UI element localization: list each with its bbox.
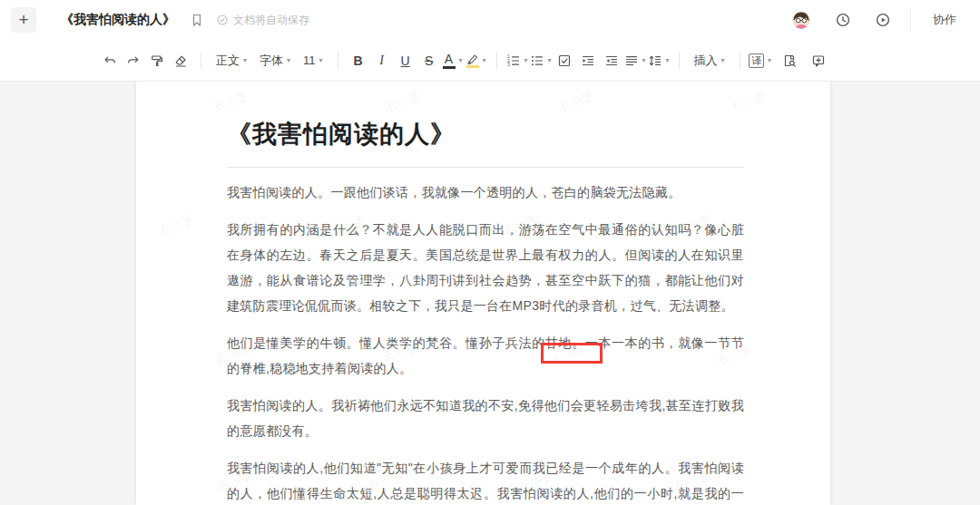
paragraph[interactable]: 我害怕阅读的人。一跟他们谈话，我就像一个透明的人，苍白的脑袋无法隐藏。 [227, 180, 744, 205]
history-button[interactable] [823, 5, 863, 34]
chevron-down-icon: ▾ [768, 57, 771, 64]
toolbar-separator [740, 53, 740, 69]
toolbar-separator [338, 53, 338, 69]
chevron-down-icon: ▾ [524, 57, 528, 64]
check-circle-icon [216, 14, 229, 26]
formatting-toolbar: 正文 ▾ 字体 ▾ 11 ▾ B I U S A ▾ ▾ 1 2 [0, 40, 980, 82]
user-avatar[interactable] [792, 11, 810, 29]
highlight-color-button[interactable]: ▾ [465, 48, 488, 73]
toolbar-separator [496, 53, 497, 69]
autosave-status: 文档将自动保存 [216, 13, 309, 28]
document-title[interactable]: 《我害怕阅读的人》 [61, 12, 175, 28]
line-spacing-button[interactable]: ▾ [647, 48, 671, 73]
undo-button[interactable] [98, 48, 122, 73]
document-page[interactable]: 石小墨 石小墨 石小墨 石小墨 石小墨 石小墨 石小墨 石小墨 石小墨 石小墨 … [136, 82, 830, 505]
collaborate-button[interactable]: 协作 [910, 8, 969, 32]
underline-button[interactable]: U [394, 48, 417, 73]
comment-button[interactable] [807, 48, 830, 73]
numbered-list-button[interactable]: 1 2 3 ▾ [505, 48, 529, 73]
watermark: 石小墨 [157, 212, 196, 239]
svg-text:3: 3 [507, 61, 510, 66]
find-replace-button[interactable] [778, 48, 801, 73]
chevron-down-icon: ▾ [287, 57, 290, 64]
checklist-button[interactable] [553, 48, 576, 73]
autosave-label: 文档将自动保存 [233, 13, 309, 28]
paragraph[interactable]: 我害怕阅读的人。我祈祷他们永远不知道我的不安,免得他们会更轻易击垮我,甚至连打败… [227, 393, 744, 443]
chevron-down-icon: ▾ [319, 57, 323, 64]
new-document-button[interactable]: + [11, 7, 36, 33]
paragraph-style-dropdown[interactable]: 正文 ▾ [216, 53, 247, 69]
chevron-down-icon: ▾ [666, 57, 670, 64]
bullet-list-button[interactable]: ▾ [529, 48, 553, 73]
highlighter-icon [466, 53, 479, 64]
redo-button[interactable] [122, 48, 145, 73]
text-align-button[interactable]: ▾ [623, 48, 647, 73]
insert-dropdown[interactable]: 插入 ▾ [694, 53, 725, 69]
clear-format-eraser-button[interactable] [169, 48, 192, 73]
editor-scroll-area[interactable]: 石小墨 石小墨 石小墨 石小墨 石小墨 石小墨 石小墨 石小墨 石小墨 石小墨 … [0, 82, 980, 505]
toolbar-separator [201, 53, 201, 69]
toolbar-separator [679, 53, 680, 69]
insert-label: 插入 [694, 53, 718, 69]
font-size-dropdown[interactable]: 11 ▾ [303, 53, 323, 67]
font-color-letter: A [445, 53, 453, 65]
red-annotation-box [541, 343, 603, 364]
chevron-down-icon: ▾ [642, 57, 646, 64]
paragraph[interactable]: 我所拥有的内涵是什么？不就是人人能脱口而出，游荡在空气中最通俗的认知吗？像心脏在… [227, 217, 744, 318]
chevron-down-icon: ▾ [243, 57, 247, 64]
paragraph[interactable]: 我害怕阅读的人,他们知道"无知"在小孩身上才可爱而我已经是一个成年的人。我害怕阅… [227, 455, 744, 505]
font-color-swatch [443, 66, 456, 69]
font-size-value: 11 [303, 53, 316, 67]
font-family-value: 字体 [260, 53, 283, 69]
highlight-color-swatch [466, 65, 479, 68]
presentation-play-button[interactable] [863, 5, 903, 34]
chevron-down-icon: ▾ [721, 57, 725, 64]
bold-button[interactable]: B [347, 48, 370, 73]
translate-button[interactable]: 译 ▾ [749, 48, 772, 73]
indent-increase-button[interactable] [576, 48, 600, 73]
document-heading[interactable]: 《我害怕阅读的人》 [227, 118, 744, 168]
font-family-dropdown[interactable]: 字体 ▾ [260, 53, 290, 69]
chevron-down-icon: ▾ [548, 57, 552, 64]
strikethrough-button[interactable]: S [417, 48, 441, 73]
format-painter-button[interactable] [145, 48, 169, 73]
chevron-down-icon: ▾ [483, 57, 486, 64]
indent-decrease-button[interactable] [600, 48, 623, 73]
bookmark-icon[interactable] [190, 13, 204, 27]
topbar-actions: 协作 [792, 5, 969, 34]
document-body[interactable]: 《我害怕阅读的人》 我害怕阅读的人。一跟他们谈话，我就像一个透明的人，苍白的脑袋… [227, 82, 744, 505]
top-bar: + 《我害怕阅读的人》 文档将自动保存 [0, 0, 980, 40]
paragraph-style-value: 正文 [216, 53, 240, 69]
translate-label: 译 [749, 53, 764, 68]
font-color-button[interactable]: A ▾ [441, 48, 465, 73]
paragraph[interactable]: 他们是懂美学的牛顿。懂人类学的梵谷。懂孙子兵法的甘地。一本一本的书，就像一节节的… [227, 330, 744, 381]
italic-button[interactable]: I [370, 48, 394, 73]
chevron-down-icon: ▾ [459, 57, 463, 64]
